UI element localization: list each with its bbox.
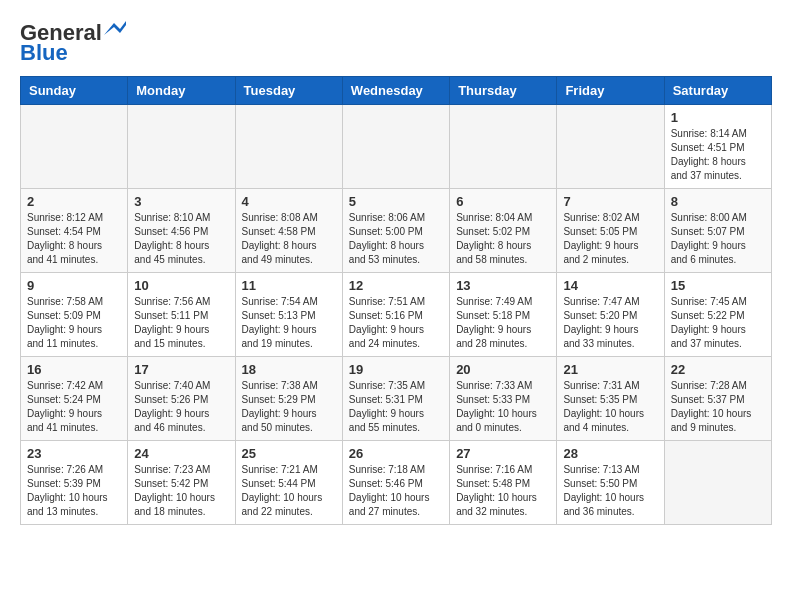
- day-number: 21: [563, 362, 657, 377]
- day-info: Sunrise: 7:16 AM Sunset: 5:48 PM Dayligh…: [456, 463, 550, 519]
- day-info: Sunrise: 8:06 AM Sunset: 5:00 PM Dayligh…: [349, 211, 443, 267]
- day-info: Sunrise: 8:02 AM Sunset: 5:05 PM Dayligh…: [563, 211, 657, 267]
- calendar-cell: 7Sunrise: 8:02 AM Sunset: 5:05 PM Daylig…: [557, 189, 664, 273]
- day-info: Sunrise: 7:18 AM Sunset: 5:46 PM Dayligh…: [349, 463, 443, 519]
- day-number: 2: [27, 194, 121, 209]
- day-number: 4: [242, 194, 336, 209]
- calendar-cell: 2Sunrise: 8:12 AM Sunset: 4:54 PM Daylig…: [21, 189, 128, 273]
- day-number: 10: [134, 278, 228, 293]
- calendar-cell: 12Sunrise: 7:51 AM Sunset: 5:16 PM Dayli…: [342, 273, 449, 357]
- day-info: Sunrise: 7:56 AM Sunset: 5:11 PM Dayligh…: [134, 295, 228, 351]
- weekday-header: Sunday: [21, 77, 128, 105]
- day-info: Sunrise: 7:49 AM Sunset: 5:18 PM Dayligh…: [456, 295, 550, 351]
- calendar-week-row: 9Sunrise: 7:58 AM Sunset: 5:09 PM Daylig…: [21, 273, 772, 357]
- day-info: Sunrise: 7:42 AM Sunset: 5:24 PM Dayligh…: [27, 379, 121, 435]
- day-number: 8: [671, 194, 765, 209]
- day-info: Sunrise: 7:51 AM Sunset: 5:16 PM Dayligh…: [349, 295, 443, 351]
- day-info: Sunrise: 8:10 AM Sunset: 4:56 PM Dayligh…: [134, 211, 228, 267]
- day-number: 6: [456, 194, 550, 209]
- calendar-cell: 6Sunrise: 8:04 AM Sunset: 5:02 PM Daylig…: [450, 189, 557, 273]
- day-info: Sunrise: 7:33 AM Sunset: 5:33 PM Dayligh…: [456, 379, 550, 435]
- calendar-cell: 4Sunrise: 8:08 AM Sunset: 4:58 PM Daylig…: [235, 189, 342, 273]
- calendar-cell: 19Sunrise: 7:35 AM Sunset: 5:31 PM Dayli…: [342, 357, 449, 441]
- day-info: Sunrise: 8:12 AM Sunset: 4:54 PM Dayligh…: [27, 211, 121, 267]
- calendar-cell: 3Sunrise: 8:10 AM Sunset: 4:56 PM Daylig…: [128, 189, 235, 273]
- calendar-week-row: 23Sunrise: 7:26 AM Sunset: 5:39 PM Dayli…: [21, 441, 772, 525]
- calendar-cell: 8Sunrise: 8:00 AM Sunset: 5:07 PM Daylig…: [664, 189, 771, 273]
- calendar-cell: [664, 441, 771, 525]
- day-number: 20: [456, 362, 550, 377]
- day-info: Sunrise: 7:31 AM Sunset: 5:35 PM Dayligh…: [563, 379, 657, 435]
- weekday-header: Thursday: [450, 77, 557, 105]
- calendar-cell: 5Sunrise: 8:06 AM Sunset: 5:00 PM Daylig…: [342, 189, 449, 273]
- calendar-cell: 11Sunrise: 7:54 AM Sunset: 5:13 PM Dayli…: [235, 273, 342, 357]
- calendar-cell: [342, 105, 449, 189]
- calendar-cell: 24Sunrise: 7:23 AM Sunset: 5:42 PM Dayli…: [128, 441, 235, 525]
- logo: General Blue: [20, 20, 126, 66]
- day-info: Sunrise: 7:58 AM Sunset: 5:09 PM Dayligh…: [27, 295, 121, 351]
- calendar-cell: 18Sunrise: 7:38 AM Sunset: 5:29 PM Dayli…: [235, 357, 342, 441]
- calendar-cell: 14Sunrise: 7:47 AM Sunset: 5:20 PM Dayli…: [557, 273, 664, 357]
- calendar-cell: 10Sunrise: 7:56 AM Sunset: 5:11 PM Dayli…: [128, 273, 235, 357]
- day-info: Sunrise: 7:21 AM Sunset: 5:44 PM Dayligh…: [242, 463, 336, 519]
- day-number: 9: [27, 278, 121, 293]
- calendar-cell: 1Sunrise: 8:14 AM Sunset: 4:51 PM Daylig…: [664, 105, 771, 189]
- day-info: Sunrise: 7:38 AM Sunset: 5:29 PM Dayligh…: [242, 379, 336, 435]
- day-number: 22: [671, 362, 765, 377]
- calendar-week-row: 2Sunrise: 8:12 AM Sunset: 4:54 PM Daylig…: [21, 189, 772, 273]
- day-number: 15: [671, 278, 765, 293]
- weekday-header: Tuesday: [235, 77, 342, 105]
- day-number: 16: [27, 362, 121, 377]
- day-info: Sunrise: 7:26 AM Sunset: 5:39 PM Dayligh…: [27, 463, 121, 519]
- day-number: 12: [349, 278, 443, 293]
- day-number: 17: [134, 362, 228, 377]
- day-number: 1: [671, 110, 765, 125]
- day-info: Sunrise: 8:14 AM Sunset: 4:51 PM Dayligh…: [671, 127, 765, 183]
- calendar-cell: 15Sunrise: 7:45 AM Sunset: 5:22 PM Dayli…: [664, 273, 771, 357]
- weekday-header: Saturday: [664, 77, 771, 105]
- day-number: 28: [563, 446, 657, 461]
- day-number: 18: [242, 362, 336, 377]
- calendar-cell: [128, 105, 235, 189]
- weekday-header: Friday: [557, 77, 664, 105]
- day-number: 11: [242, 278, 336, 293]
- calendar-week-row: 1Sunrise: 8:14 AM Sunset: 4:51 PM Daylig…: [21, 105, 772, 189]
- calendar-cell: 26Sunrise: 7:18 AM Sunset: 5:46 PM Dayli…: [342, 441, 449, 525]
- day-info: Sunrise: 7:35 AM Sunset: 5:31 PM Dayligh…: [349, 379, 443, 435]
- calendar-cell: [21, 105, 128, 189]
- calendar-cell: 22Sunrise: 7:28 AM Sunset: 5:37 PM Dayli…: [664, 357, 771, 441]
- day-info: Sunrise: 7:23 AM Sunset: 5:42 PM Dayligh…: [134, 463, 228, 519]
- calendar-cell: 25Sunrise: 7:21 AM Sunset: 5:44 PM Dayli…: [235, 441, 342, 525]
- calendar-cell: [235, 105, 342, 189]
- day-number: 5: [349, 194, 443, 209]
- day-number: 13: [456, 278, 550, 293]
- day-info: Sunrise: 7:45 AM Sunset: 5:22 PM Dayligh…: [671, 295, 765, 351]
- calendar-header-row: SundayMondayTuesdayWednesdayThursdayFrid…: [21, 77, 772, 105]
- day-number: 3: [134, 194, 228, 209]
- day-info: Sunrise: 7:47 AM Sunset: 5:20 PM Dayligh…: [563, 295, 657, 351]
- calendar-cell: 23Sunrise: 7:26 AM Sunset: 5:39 PM Dayli…: [21, 441, 128, 525]
- day-info: Sunrise: 7:54 AM Sunset: 5:13 PM Dayligh…: [242, 295, 336, 351]
- day-number: 26: [349, 446, 443, 461]
- calendar-cell: 13Sunrise: 7:49 AM Sunset: 5:18 PM Dayli…: [450, 273, 557, 357]
- calendar-table: SundayMondayTuesdayWednesdayThursdayFrid…: [20, 76, 772, 525]
- day-number: 7: [563, 194, 657, 209]
- calendar-cell: [557, 105, 664, 189]
- day-number: 24: [134, 446, 228, 461]
- day-number: 27: [456, 446, 550, 461]
- day-info: Sunrise: 7:40 AM Sunset: 5:26 PM Dayligh…: [134, 379, 228, 435]
- calendar-cell: 16Sunrise: 7:42 AM Sunset: 5:24 PM Dayli…: [21, 357, 128, 441]
- calendar-cell: 27Sunrise: 7:16 AM Sunset: 5:48 PM Dayli…: [450, 441, 557, 525]
- day-info: Sunrise: 8:08 AM Sunset: 4:58 PM Dayligh…: [242, 211, 336, 267]
- day-info: Sunrise: 8:04 AM Sunset: 5:02 PM Dayligh…: [456, 211, 550, 267]
- calendar-cell: 9Sunrise: 7:58 AM Sunset: 5:09 PM Daylig…: [21, 273, 128, 357]
- calendar-cell: 28Sunrise: 7:13 AM Sunset: 5:50 PM Dayli…: [557, 441, 664, 525]
- day-info: Sunrise: 8:00 AM Sunset: 5:07 PM Dayligh…: [671, 211, 765, 267]
- logo-blue: Blue: [20, 40, 68, 66]
- weekday-header: Monday: [128, 77, 235, 105]
- page-header: General Blue: [20, 20, 772, 66]
- calendar-cell: 21Sunrise: 7:31 AM Sunset: 5:35 PM Dayli…: [557, 357, 664, 441]
- day-number: 25: [242, 446, 336, 461]
- weekday-header: Wednesday: [342, 77, 449, 105]
- calendar-cell: [450, 105, 557, 189]
